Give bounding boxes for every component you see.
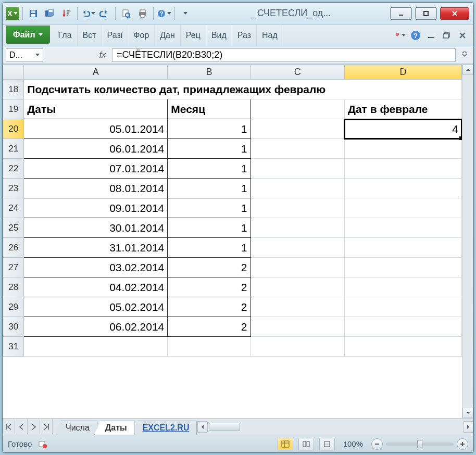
row-header[interactable]: 29 bbox=[3, 297, 24, 317]
cell[interactable] bbox=[344, 317, 461, 337]
cell[interactable]: Даты bbox=[24, 99, 168, 119]
row-header[interactable]: 28 bbox=[3, 277, 24, 297]
select-all-corner[interactable] bbox=[3, 65, 24, 80]
ribbon-tab[interactable]: Рец bbox=[181, 24, 206, 46]
row-header[interactable]: 20 bbox=[3, 119, 24, 139]
vertical-scrollbar[interactable] bbox=[462, 65, 473, 418]
row-header[interactable]: 27 bbox=[3, 258, 24, 277]
column-header[interactable]: C bbox=[250, 65, 344, 80]
cell[interactable]: 05.02.2014 bbox=[24, 297, 168, 317]
cell[interactable]: 1 bbox=[168, 179, 250, 198]
preview-icon[interactable] bbox=[119, 6, 133, 21]
cell[interactable]: 09.01.2014 bbox=[24, 198, 168, 218]
cell[interactable]: 2 bbox=[168, 277, 250, 297]
zoom-in-button[interactable] bbox=[457, 438, 468, 450]
sheet-tab[interactable]: Даты bbox=[94, 421, 135, 435]
save-icon[interactable] bbox=[26, 6, 41, 21]
row-header[interactable]: 18 bbox=[3, 80, 24, 99]
favorite-icon[interactable] bbox=[394, 30, 406, 41]
sheet-first-icon[interactable] bbox=[3, 420, 15, 434]
close-button[interactable] bbox=[440, 7, 469, 20]
row-header[interactable]: 21 bbox=[3, 139, 24, 159]
cell[interactable] bbox=[344, 179, 461, 198]
cell[interactable]: 1 bbox=[168, 198, 250, 218]
minimize-button[interactable] bbox=[390, 7, 412, 20]
cell[interactable] bbox=[344, 198, 461, 218]
fx-icon[interactable]: fx bbox=[96, 50, 109, 60]
zoom-slider[interactable] bbox=[386, 443, 454, 446]
scrollbar-thumb[interactable] bbox=[209, 423, 240, 431]
saveas-icon[interactable] bbox=[43, 6, 57, 21]
redo-icon[interactable] bbox=[97, 6, 112, 21]
scrollbar-track[interactable] bbox=[208, 421, 463, 433]
cell[interactable] bbox=[250, 99, 344, 119]
cell[interactable]: 1 bbox=[168, 218, 250, 238]
qat-customize-icon[interactable] bbox=[178, 6, 193, 21]
macro-record-icon[interactable] bbox=[37, 438, 48, 450]
cell[interactable] bbox=[250, 119, 344, 139]
ribbon-tab[interactable]: Фор bbox=[128, 24, 155, 46]
cell[interactable] bbox=[344, 139, 461, 159]
close-doc-icon[interactable] bbox=[457, 30, 468, 41]
cell[interactable]: 06.02.2014 bbox=[24, 317, 168, 337]
maximize-button[interactable] bbox=[415, 7, 437, 20]
cell[interactable]: 07.01.2014 bbox=[24, 159, 168, 179]
column-header[interactable]: A bbox=[24, 65, 168, 80]
cell[interactable]: 2 bbox=[168, 317, 250, 337]
sheet-prev-icon[interactable] bbox=[15, 420, 28, 434]
scroll-down-icon[interactable] bbox=[462, 408, 473, 418]
cell[interactable] bbox=[250, 337, 344, 357]
minimize-doc-icon[interactable] bbox=[425, 30, 437, 41]
scroll-right-icon[interactable] bbox=[463, 421, 473, 433]
print-icon[interactable] bbox=[135, 6, 150, 21]
ribbon-tab[interactable]: Вид bbox=[206, 24, 232, 46]
cell[interactable]: 31.01.2014 bbox=[24, 238, 168, 258]
scroll-up-icon[interactable] bbox=[462, 65, 473, 75]
zoom-knob[interactable] bbox=[417, 440, 422, 448]
cell[interactable]: 1 bbox=[168, 119, 250, 139]
cell[interactable]: 05.01.2014 bbox=[24, 119, 168, 139]
help-icon[interactable]: ? bbox=[410, 30, 421, 41]
sheet-last-icon[interactable] bbox=[40, 420, 53, 434]
cell[interactable] bbox=[250, 277, 344, 297]
cell[interactable] bbox=[250, 238, 344, 258]
view-pagebreak-icon[interactable] bbox=[319, 438, 335, 450]
scroll-left-icon[interactable] bbox=[197, 421, 208, 433]
row-header[interactable]: 23 bbox=[3, 179, 24, 198]
name-box[interactable]: D... bbox=[6, 48, 43, 62]
cell[interactable] bbox=[344, 159, 461, 179]
cell[interactable]: 08.01.2014 bbox=[24, 179, 168, 198]
cell[interactable]: 03.02.2014 bbox=[24, 258, 168, 277]
expand-formula-icon[interactable] bbox=[459, 52, 470, 59]
cell[interactable] bbox=[344, 297, 461, 317]
scrollbar-track[interactable] bbox=[462, 75, 473, 408]
cell[interactable] bbox=[250, 297, 344, 317]
cell[interactable] bbox=[344, 218, 461, 238]
cell[interactable]: 30.01.2014 bbox=[24, 218, 168, 238]
row-header[interactable]: 26 bbox=[3, 238, 24, 258]
cell[interactable]: 1 bbox=[168, 238, 250, 258]
cell[interactable]: 04.02.2014 bbox=[24, 277, 168, 297]
restore-doc-icon[interactable] bbox=[441, 30, 453, 41]
cell[interactable]: 06.01.2014 bbox=[24, 139, 168, 159]
ribbon-tab[interactable]: Дан bbox=[155, 24, 181, 46]
row-header[interactable]: 30 bbox=[3, 317, 24, 337]
cell[interactable]: 4 bbox=[344, 119, 461, 139]
zoom-level[interactable]: 100% bbox=[343, 439, 363, 448]
cell[interactable]: 1 bbox=[168, 139, 250, 159]
sheet-tab[interactable]: Числа bbox=[55, 421, 97, 435]
row-header[interactable]: 19 bbox=[3, 99, 24, 119]
row-header[interactable]: 22 bbox=[3, 159, 24, 179]
cell[interactable] bbox=[344, 277, 461, 297]
spreadsheet-grid[interactable]: ABCD18Подсчитать количество дат, принадл… bbox=[3, 65, 462, 357]
sort-icon[interactable] bbox=[59, 6, 74, 21]
ribbon-tab[interactable]: Гла bbox=[53, 24, 78, 46]
cell[interactable] bbox=[250, 218, 344, 238]
excel-app-icon[interactable]: X bbox=[6, 7, 19, 20]
cell[interactable] bbox=[344, 337, 461, 357]
cell[interactable] bbox=[344, 238, 461, 258]
ribbon-tab[interactable]: Разі bbox=[102, 24, 129, 46]
cell[interactable] bbox=[250, 179, 344, 198]
horizontal-scrollbar[interactable] bbox=[197, 419, 473, 435]
cell[interactable]: 1 bbox=[168, 159, 250, 179]
